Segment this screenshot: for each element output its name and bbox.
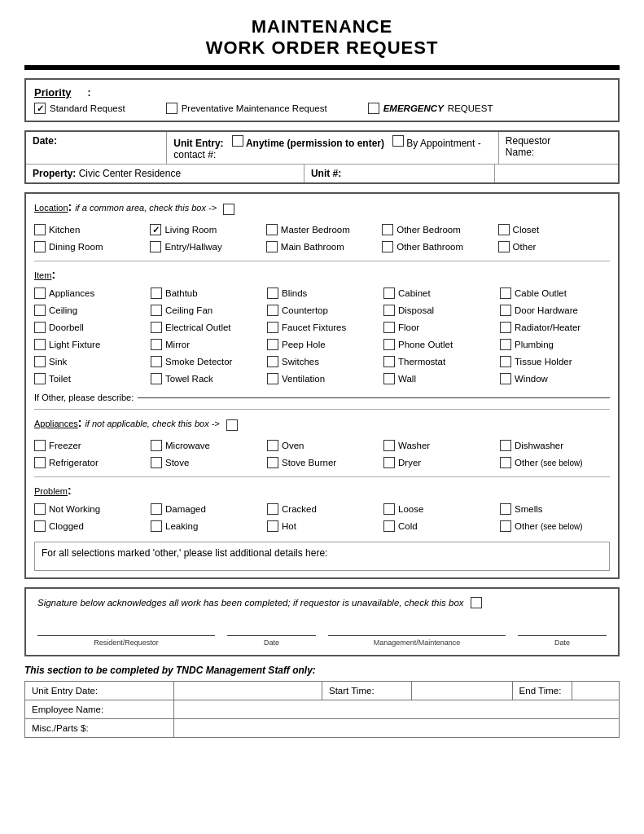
appliance-dryer[interactable]: Dryer xyxy=(383,457,493,468)
emergency-checkbox[interactable] xyxy=(368,103,379,114)
item-appliances[interactable]: Appliances xyxy=(34,288,144,299)
appliance-stove[interactable]: Stove xyxy=(151,457,261,468)
item-peep-cb[interactable] xyxy=(267,339,278,350)
dishwasher-cb[interactable] xyxy=(500,440,511,451)
problem-loose[interactable]: Loose xyxy=(383,503,493,515)
item-cabinet[interactable]: Cabinet xyxy=(383,288,493,299)
problem-cracked[interactable]: Cracked xyxy=(267,503,377,515)
master-checkbox[interactable] xyxy=(266,224,278,235)
problem-damaged[interactable]: Damaged xyxy=(151,503,261,515)
problem-other-cb[interactable] xyxy=(500,520,511,532)
item-light[interactable]: Light Fixture xyxy=(34,339,144,350)
item-ceiling[interactable]: Ceiling xyxy=(34,305,144,316)
location-dining[interactable]: Dining Room xyxy=(34,241,146,252)
item-bathtub[interactable]: Bathtub xyxy=(151,288,261,299)
item-phone[interactable]: Phone Outlet xyxy=(383,339,493,350)
item-faucet[interactable]: Faucet Fixtures xyxy=(267,322,377,333)
start-time-value[interactable] xyxy=(411,682,512,700)
cracked-cb[interactable] xyxy=(267,503,278,515)
date2-sig-line[interactable] xyxy=(518,620,607,636)
stove-burner-cb[interactable] xyxy=(267,457,278,468)
main-bath-checkbox[interactable] xyxy=(266,241,278,252)
item-mirror-cb[interactable] xyxy=(151,339,162,350)
location-main-bath[interactable]: Main Bathroom xyxy=(266,241,378,252)
sig-unavailable-checkbox[interactable] xyxy=(471,597,482,608)
item-wall[interactable]: Wall xyxy=(383,373,493,384)
closet-checkbox[interactable] xyxy=(498,224,510,235)
cold-cb[interactable] xyxy=(383,520,395,532)
leaking-cb[interactable] xyxy=(151,520,162,532)
item-faucet-cb[interactable] xyxy=(267,322,278,333)
item-towel-cb[interactable] xyxy=(151,373,162,384)
location-other-bed[interactable]: Other Bedroom xyxy=(382,224,493,235)
problem-other[interactable]: Other (see below) xyxy=(500,520,610,532)
management-sig-line[interactable] xyxy=(328,620,506,636)
clogged-cb[interactable] xyxy=(34,520,46,532)
item-tissue[interactable]: Tissue Holder xyxy=(500,356,610,367)
freezer-cb[interactable] xyxy=(34,440,46,451)
misc-parts-value[interactable] xyxy=(173,719,620,738)
kitchen-checkbox[interactable] xyxy=(34,224,46,235)
item-floor[interactable]: Floor xyxy=(383,322,493,333)
item-countertop-cb[interactable] xyxy=(267,305,278,316)
item-plumbing-cb[interactable] xyxy=(500,339,511,350)
other-bed-checkbox[interactable] xyxy=(382,224,393,235)
other-bath-checkbox[interactable] xyxy=(382,241,393,252)
refrigerator-cb[interactable] xyxy=(34,457,46,468)
item-ventilation[interactable]: Ventilation xyxy=(267,373,377,384)
item-mirror[interactable]: Mirror xyxy=(151,339,261,350)
location-kitchen[interactable]: Kitchen xyxy=(34,224,146,235)
item-light-cb[interactable] xyxy=(34,339,46,350)
item-smoke[interactable]: Smoke Detector xyxy=(151,356,261,367)
item-blinds[interactable]: Blinds xyxy=(267,288,377,299)
item-ceiling-fan-cb[interactable] xyxy=(151,305,162,316)
item-thermostat[interactable]: Thermostat xyxy=(383,356,493,367)
location-living[interactable]: Living Room xyxy=(150,224,261,235)
item-radiator-cb[interactable] xyxy=(500,322,511,333)
location-other-bath[interactable]: Other Bathroom xyxy=(382,241,493,252)
item-switches[interactable]: Switches xyxy=(267,356,377,367)
standard-request-option[interactable]: Standard Request xyxy=(34,103,125,114)
item-ceiling-fan[interactable]: Ceiling Fan xyxy=(151,305,261,316)
problem-smells[interactable]: Smells xyxy=(500,503,610,515)
item-door-hardware-cb[interactable] xyxy=(500,305,511,316)
item-window-cb[interactable] xyxy=(500,373,511,384)
end-time-value[interactable] xyxy=(572,682,619,700)
item-doorbell[interactable]: Doorbell xyxy=(34,322,144,333)
item-electrical[interactable]: Electrical Outlet xyxy=(151,322,261,333)
resident-sig-line[interactable] xyxy=(37,620,215,636)
item-ventilation-cb[interactable] xyxy=(267,373,278,384)
item-disposal-cb[interactable] xyxy=(383,305,395,316)
item-plumbing[interactable]: Plumbing xyxy=(500,339,610,350)
item-doorbell-cb[interactable] xyxy=(34,322,46,333)
item-bathtub-cb[interactable] xyxy=(151,288,162,299)
appliance-dishwasher[interactable]: Dishwasher xyxy=(500,440,610,451)
loose-cb[interactable] xyxy=(383,503,395,515)
item-floor-cb[interactable] xyxy=(383,322,395,333)
problem-clogged[interactable]: Clogged xyxy=(34,520,144,532)
item-cable-cb[interactable] xyxy=(500,288,511,299)
dining-checkbox[interactable] xyxy=(34,241,46,252)
item-peep[interactable]: Peep Hole xyxy=(267,339,377,350)
appliance-microwave[interactable]: Microwave xyxy=(151,440,261,451)
appliance-other-cb[interactable] xyxy=(500,457,511,468)
item-toilet-cb[interactable] xyxy=(34,373,46,384)
appliance-na-checkbox[interactable] xyxy=(226,419,238,431)
item-toilet[interactable]: Toilet xyxy=(34,373,144,384)
smells-cb[interactable] xyxy=(500,503,511,515)
item-countertop[interactable]: Countertop xyxy=(267,305,377,316)
problem-cold[interactable]: Cold xyxy=(383,520,493,532)
other-checkbox[interactable] xyxy=(498,241,510,252)
hot-cb[interactable] xyxy=(267,520,278,532)
location-common-checkbox[interactable] xyxy=(223,204,234,215)
appliance-stove-burner[interactable]: Stove Burner xyxy=(267,457,377,468)
damaged-cb[interactable] xyxy=(151,503,162,515)
washer-cb[interactable] xyxy=(383,440,395,451)
problem-leaking[interactable]: Leaking xyxy=(151,520,261,532)
employee-name-value[interactable] xyxy=(173,700,620,719)
anytime-checkbox[interactable] xyxy=(232,135,243,147)
item-phone-cb[interactable] xyxy=(383,339,395,350)
item-electrical-cb[interactable] xyxy=(151,322,162,333)
unit-entry-date-value[interactable] xyxy=(173,682,322,700)
item-thermostat-cb[interactable] xyxy=(383,356,395,367)
